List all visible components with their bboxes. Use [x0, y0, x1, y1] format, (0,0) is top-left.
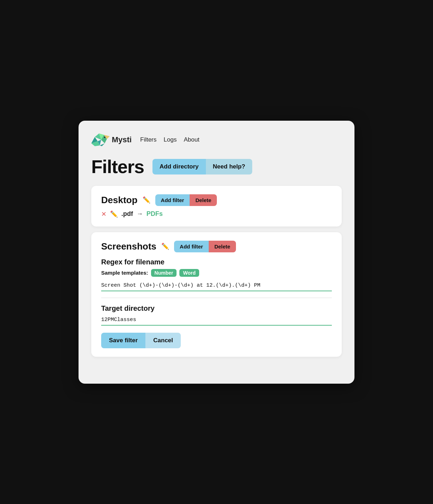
save-filter-button[interactable]: Save filter — [101, 333, 145, 348]
tag-word[interactable]: Word — [179, 269, 199, 277]
desktop-btn-group: Add filter Delete — [155, 194, 217, 206]
target-directory-input[interactable] — [101, 315, 332, 326]
svg-point-8 — [104, 137, 105, 138]
desktop-filter-dest: PDFs — [146, 210, 163, 218]
screenshots-card: Screenshots ✏️ Add filter Delete Regex f… — [91, 232, 342, 357]
desktop-title: Desktop — [101, 195, 138, 206]
header-button-group: Add directory Need help? — [152, 159, 252, 174]
regex-divider — [101, 298, 332, 298]
app-window: Mysti Filters Logs About Filters Add dir… — [79, 121, 354, 384]
desktop-edit-icon[interactable]: ✏️ — [143, 196, 150, 204]
logo-text: Mysti — [112, 135, 132, 144]
desktop-add-filter-button[interactable]: Add filter — [155, 194, 190, 206]
desktop-filter-remove-icon[interactable]: ✕ — [101, 210, 106, 218]
action-row: Save filter Cancel — [101, 333, 332, 348]
nav-bar: Mysti Filters Logs About — [91, 133, 342, 146]
nav-link-about[interactable]: About — [184, 136, 199, 143]
screenshots-add-filter-button[interactable]: Add filter — [174, 241, 209, 252]
desktop-section-header: Desktop ✏️ Add filter Delete — [101, 194, 332, 206]
cancel-button[interactable]: Cancel — [145, 333, 181, 348]
svg-marker-5 — [100, 143, 105, 146]
add-directory-button[interactable]: Add directory — [152, 159, 206, 174]
sample-templates-label: Sample templates: — [101, 270, 148, 276]
tag-number[interactable]: Number — [151, 269, 177, 277]
nav-logo: Mysti — [91, 133, 132, 146]
regex-subsection-title: Regex for filename — [101, 258, 332, 266]
nav-link-filters[interactable]: Filters — [140, 136, 156, 143]
page-title: Filters — [91, 156, 144, 177]
nav-link-logs[interactable]: Logs — [164, 136, 177, 143]
desktop-filter-edit-icon[interactable]: ✏️ — [110, 210, 118, 218]
logo-icon — [91, 133, 110, 146]
regex-input[interactable] — [101, 281, 332, 291]
desktop-card: Desktop ✏️ Add filter Delete ✕ ✏️ .pdf →… — [91, 186, 342, 227]
target-directory-title: Target directory — [101, 304, 332, 313]
screenshots-delete-button[interactable]: Delete — [209, 241, 236, 252]
need-help-button[interactable]: Need help? — [206, 159, 253, 174]
desktop-filter-arrow: → — [137, 210, 143, 218]
screenshots-edit-icon[interactable]: ✏️ — [161, 242, 169, 250]
regex-subsection: Regex for filename Sample templates: Num… — [101, 258, 332, 291]
target-directory-subsection: Target directory — [101, 304, 332, 326]
page-header: Filters Add directory Need help? — [91, 156, 342, 177]
screenshots-btn-group: Add filter Delete — [174, 241, 236, 252]
nav-links: Filters Logs About — [140, 136, 200, 143]
desktop-filter-row: ✕ ✏️ .pdf → PDFs — [101, 210, 332, 218]
screenshots-title: Screenshots — [101, 241, 156, 252]
desktop-delete-button[interactable]: Delete — [190, 194, 217, 206]
desktop-filter-ext: .pdf — [121, 210, 133, 218]
screenshots-section-header: Screenshots ✏️ Add filter Delete — [101, 241, 332, 252]
sample-templates-row: Sample templates: Number Word — [101, 269, 332, 277]
